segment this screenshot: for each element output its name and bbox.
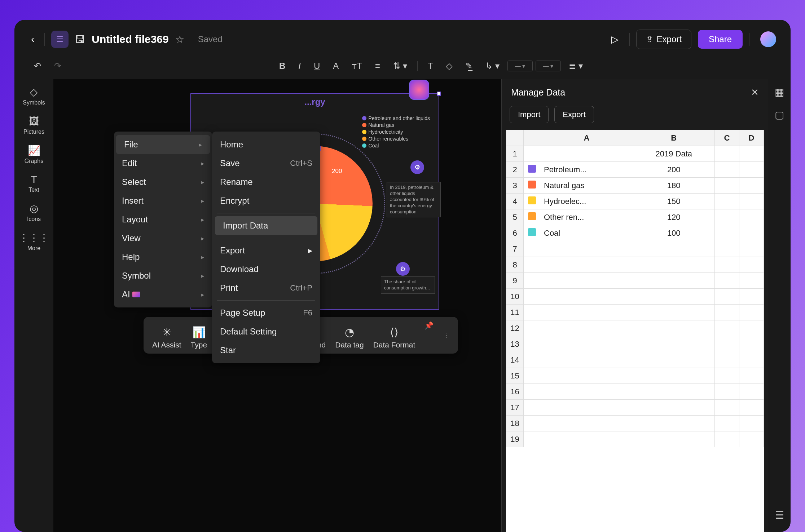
submenu-item-encrypt[interactable]: Encrypt — [212, 191, 320, 210]
menu-item-insert[interactable]: Insert▸ — [114, 191, 212, 210]
panel-export-button[interactable]: Export — [554, 106, 594, 123]
menu-item-file[interactable]: File▸ — [116, 135, 210, 154]
submenu-item-star[interactable]: Star — [212, 341, 320, 360]
cell-name[interactable]: Hydroelec... — [540, 194, 633, 209]
col-header[interactable]: C — [714, 130, 739, 146]
toolbar-type[interactable]: 📊Type — [191, 325, 207, 349]
cell-name[interactable]: Other ren... — [540, 209, 633, 225]
row-header[interactable]: 5 — [506, 209, 524, 225]
grid-view-icon[interactable]: ▦ — [775, 86, 784, 98]
settings-rail-icon[interactable]: ☰ — [775, 509, 784, 521]
submenu-item-download[interactable]: Download — [212, 260, 320, 279]
cell-name[interactable]: Natural gas — [540, 178, 633, 194]
rail-item-more[interactable]: ⋮⋮⋮More — [19, 232, 49, 252]
rail-item-pictures[interactable]: 🖼Pictures — [23, 115, 44, 135]
table-row[interactable]: 18 — [506, 416, 764, 431]
menu-item-view[interactable]: View▸ — [114, 229, 212, 248]
menu-item-edit[interactable]: Edit▸ — [114, 154, 212, 173]
col-header[interactable]: D — [739, 130, 764, 146]
rail-item-text[interactable]: TText — [28, 174, 39, 193]
menu-item-select[interactable]: Select▸ — [114, 173, 212, 191]
table-row[interactable]: 8 — [506, 257, 764, 273]
line-style-combo[interactable]: — ▾ — [507, 61, 533, 71]
save-icon[interactable]: 🖫 — [75, 34, 85, 45]
cell-value[interactable]: 120 — [633, 209, 714, 225]
font-color-button[interactable]: A — [328, 58, 344, 74]
close-icon[interactable]: ✕ — [751, 87, 759, 98]
more-icon[interactable]: ⋮ — [443, 331, 449, 339]
table-row[interactable]: 14 — [506, 352, 764, 368]
color-swatch[interactable] — [528, 212, 536, 220]
filename[interactable]: Untitled file369 — [92, 33, 168, 45]
fill-button[interactable]: ◇ — [441, 58, 457, 74]
color-swatch[interactable] — [528, 181, 536, 189]
list-button[interactable]: ≣ ▾ — [564, 58, 588, 74]
table-row[interactable]: 4 Hydroelec... 150 — [506, 194, 764, 209]
italic-button[interactable]: I — [293, 58, 306, 74]
resize-handle[interactable] — [437, 92, 441, 96]
menu-item-layout[interactable]: Layout▸ — [114, 210, 212, 229]
node-icon[interactable]: ⚙ — [410, 160, 424, 174]
avatar[interactable] — [760, 31, 776, 47]
star-button[interactable]: ☆ — [175, 34, 184, 45]
bold-button[interactable]: B — [274, 58, 290, 74]
menu-item-help[interactable]: Help▸ — [114, 248, 212, 266]
present-icon[interactable]: ▢ — [775, 109, 784, 121]
share-button[interactable]: Share — [698, 30, 743, 49]
node-icon[interactable]: ⚙ — [396, 262, 410, 276]
submenu-item-export[interactable]: Export▸ — [212, 241, 320, 260]
menu-item-symbol[interactable]: Symbol▸ — [114, 266, 212, 285]
row-header[interactable]: 2 — [506, 162, 524, 178]
rail-item-symbols[interactable]: ◇Symbols — [23, 86, 45, 106]
text-tool-button[interactable]: T — [423, 58, 438, 74]
toolbar-data-tag[interactable]: ◔Data tag — [335, 325, 364, 349]
table-row[interactable]: 16 — [506, 384, 764, 400]
panel-import-button[interactable]: Import — [510, 106, 549, 123]
table-row[interactable]: 13 — [506, 336, 764, 352]
table-row[interactable]: 5 Other ren... 120 — [506, 209, 764, 225]
table-row[interactable]: 7 — [506, 241, 764, 257]
table-row[interactable]: 10 — [506, 289, 764, 305]
play-button[interactable]: ▷ — [607, 34, 623, 45]
menu-item-ai[interactable]: AI▸ — [114, 285, 212, 304]
redo-button[interactable]: ↷ — [49, 58, 66, 74]
cell-name[interactable]: Petroleum... — [540, 162, 633, 178]
align-button[interactable]: ≡ — [370, 58, 385, 74]
cell-value[interactable]: 150 — [633, 194, 714, 209]
table-row[interactable]: 15 — [506, 368, 764, 384]
row-header[interactable]: 1 — [506, 146, 524, 162]
col-header[interactable]: A — [540, 130, 633, 146]
rail-item-icons[interactable]: ◎Icons — [27, 203, 41, 222]
submenu-item-save[interactable]: SaveCtrl+S — [212, 154, 320, 173]
table-row[interactable]: 17 — [506, 400, 764, 416]
undo-button[interactable]: ↶ — [29, 58, 46, 74]
table-row[interactable]: 3 Natural gas 180 — [506, 178, 764, 194]
color-swatch[interactable] — [528, 228, 536, 236]
submenu-item-import-data[interactable]: Import Data — [215, 216, 317, 235]
color-swatch[interactable] — [528, 165, 536, 173]
export-button[interactable]: ⇪ Export — [636, 30, 691, 49]
table-row[interactable]: 6 Coal 100 — [506, 225, 764, 241]
cell-name[interactable]: Coal — [540, 225, 633, 241]
submenu-item-default-setting[interactable]: Default Setting — [212, 322, 320, 341]
cell-value[interactable]: 200 — [633, 162, 714, 178]
back-button[interactable]: ‹ — [27, 31, 38, 47]
table-row[interactable]: 19 — [506, 431, 764, 447]
submenu-item-rename[interactable]: Rename — [212, 173, 320, 191]
arrow-style-combo[interactable]: — ▾ — [536, 61, 561, 71]
submenu-item-page-setup[interactable]: Page SetupF6 — [212, 303, 320, 322]
connector-button[interactable]: ↳ ▾ — [480, 58, 505, 74]
toolbar-ai-assist[interactable]: ✳AI Assist — [152, 325, 181, 349]
col-header[interactable]: B — [633, 130, 714, 146]
table-row[interactable]: 2 Petroleum... 200 — [506, 162, 764, 178]
table-row[interactable]: 12 — [506, 320, 764, 336]
rail-item-graphs[interactable]: 📈Graphs — [25, 145, 43, 164]
text-size-button[interactable]: ᴛT — [347, 58, 367, 74]
highlight-button[interactable]: ✎̲ — [460, 58, 478, 74]
main-menu-button[interactable]: ☰ — [51, 31, 69, 48]
underline-button[interactable]: U — [309, 58, 325, 74]
color-swatch[interactable] — [528, 196, 536, 204]
cell-value[interactable]: 180 — [633, 178, 714, 194]
table-row[interactable]: 9 — [506, 273, 764, 289]
line-spacing-button[interactable]: ⇅ ▾ — [388, 58, 412, 74]
